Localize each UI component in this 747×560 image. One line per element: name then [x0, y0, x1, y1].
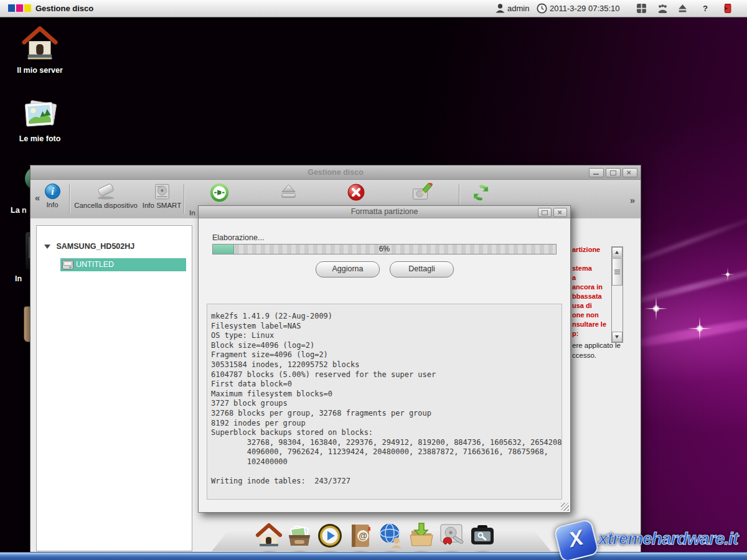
watermark-text: xtremehardware.it	[598, 529, 738, 549]
partition-info-text: ere applicato le ccesso.	[572, 340, 634, 360]
dock-item-media-player[interactable]	[316, 522, 344, 549]
address-book-icon: @	[347, 522, 374, 549]
toolbar-label: Cancella dispositivo	[70, 202, 142, 209]
media-player-icon	[316, 522, 344, 549]
logo-square-magenta	[16, 4, 23, 12]
logo-square-yellow	[24, 4, 31, 12]
plug-icon	[210, 183, 229, 202]
refresh-icon	[471, 183, 491, 202]
red-x-icon	[347, 183, 365, 202]
toolbar-label: In	[189, 209, 195, 217]
logo-square-blue	[8, 4, 15, 12]
toolbar-label: Info SMART	[142, 202, 182, 209]
refresh-button[interactable]	[471, 183, 491, 202]
erase-device-button[interactable]: Cancella dispositivo	[70, 183, 142, 209]
svg-text:@: @	[359, 531, 367, 541]
partition-disk-icon	[62, 260, 73, 269]
dock-item-home[interactable]	[255, 522, 283, 549]
tree-partition-row-selected[interactable]: UNTITLED	[60, 258, 186, 271]
info-icon: i	[44, 183, 61, 200]
dialog-title: Formatta partizione	[199, 206, 570, 218]
disk-utility-icon	[438, 522, 466, 549]
home-icon	[255, 522, 283, 549]
dock-item-toolbox[interactable]	[469, 522, 496, 549]
toolbar-label: Info	[37, 201, 68, 208]
lacie-logo	[8, 4, 31, 12]
toolbox-icon	[469, 522, 496, 549]
hard-disk-icon	[154, 183, 171, 200]
device-name: SAMSUNG_HD502HJ	[56, 242, 134, 251]
info-button[interactable]: i Info	[37, 183, 68, 208]
scroll-up-button[interactable]	[612, 247, 622, 258]
eject-disk-button[interactable]	[279, 183, 298, 200]
logout-icon[interactable]	[721, 3, 731, 14]
user-icon[interactable]	[495, 3, 505, 14]
photos-icon	[286, 522, 313, 549]
desktop-icon-label: Le mie foto	[4, 134, 76, 143]
dock: @	[255, 522, 496, 549]
format-partition-dialog: Formatta partizione ✕ Elaborazione... 6%…	[198, 205, 571, 513]
mke2fs-console-output: mke2fs 1.41.9 (22-Aug-2009) Filesystem l…	[207, 304, 562, 500]
resize-grip[interactable]	[561, 503, 569, 511]
desktop-icon-label: In	[15, 274, 22, 283]
eject-disk-icon	[280, 183, 298, 200]
sparkle	[721, 268, 735, 282]
bottom-taskbar	[0, 552, 747, 560]
username[interactable]: admin	[507, 0, 529, 17]
scrollbar-thumb[interactable]	[612, 258, 622, 286]
dialog-maximize-button[interactable]	[538, 208, 552, 217]
screen: Gestione disco admin 2011-3-29 07:35:10 …	[0, 0, 747, 560]
dock-item-photos[interactable]	[286, 522, 313, 549]
desktop-icon-label: La n	[11, 206, 27, 215]
dock-item-web-browser[interactable]	[377, 522, 405, 549]
globe-icon	[377, 522, 405, 549]
maximize-button[interactable]	[606, 168, 621, 177]
window-title: Gestione disco	[31, 166, 641, 179]
initialize-button[interactable]	[209, 183, 229, 202]
app-title: Gestione disco	[35, 0, 93, 17]
smart-info-button[interactable]: Info SMART	[142, 183, 182, 209]
toolbar-separator	[184, 184, 184, 213]
app-grid-icon[interactable]	[636, 3, 647, 14]
clock-icon	[537, 3, 547, 14]
tree-device-row[interactable]: SAMSUNG_HD502HJ	[44, 242, 134, 251]
photos-icon	[21, 93, 59, 132]
dock-item-address-book[interactable]: @	[347, 522, 374, 549]
disk-pencil-icon	[411, 183, 433, 201]
progress-status-label: Elaborazione...	[212, 233, 264, 242]
desktop-icon-label: Il mio server	[4, 66, 76, 75]
dock-item-disk-utility[interactable]	[438, 522, 466, 549]
top-menubar: Gestione disco admin 2011-3-29 07:35:10 …	[0, 0, 747, 17]
dialog-close-button[interactable]: ✕	[553, 208, 567, 217]
desktop-icon-my-photos[interactable]: Le mie foto	[4, 93, 76, 143]
window-titlebar[interactable]: Gestione disco ✕	[31, 166, 641, 180]
dialog-titlebar[interactable]: Formatta partizione ✕	[199, 206, 570, 218]
network-users-icon[interactable]	[657, 3, 668, 14]
tree-expand-arrow[interactable]	[44, 245, 50, 249]
console-text: mke2fs 1.41.9 (22-Aug-2009) Filesystem l…	[207, 304, 561, 487]
collapse-right-chevron[interactable]: »	[630, 195, 635, 205]
sparkle	[644, 297, 668, 320]
download-folder-icon	[408, 522, 435, 549]
device-tree-panel: SAMSUNG_HD502HJ UNTITLED	[36, 225, 192, 551]
svg-text:i: i	[51, 185, 54, 197]
edit-format-button[interactable]	[411, 183, 433, 201]
format-progress-bar: 6%	[212, 244, 557, 254]
partition-warning-text: artizione stema a ancora in bbassata usa…	[572, 245, 613, 338]
sparkle	[688, 317, 712, 340]
delete-partition-button[interactable]	[347, 183, 365, 202]
help-icon[interactable]: ?	[703, 0, 708, 17]
eject-icon[interactable]	[677, 3, 688, 14]
desktop-icon-my-server[interactable]: Il mio server	[4, 24, 76, 75]
eraser-icon	[95, 183, 117, 200]
progress-percent: 6%	[213, 245, 556, 254]
side-panel-scrollbar[interactable]	[611, 246, 623, 343]
refresh-dialog-button[interactable]: Aggiorna	[316, 261, 380, 278]
scroll-down-button[interactable]	[612, 332, 622, 342]
home-icon	[21, 24, 59, 63]
dock-item-download-folder[interactable]	[408, 522, 435, 549]
close-button[interactable]: ✕	[622, 168, 637, 177]
details-button[interactable]: Dettagli	[390, 261, 454, 278]
partition-name: UNTITLED	[76, 260, 114, 269]
minimize-button[interactable]	[589, 168, 604, 177]
